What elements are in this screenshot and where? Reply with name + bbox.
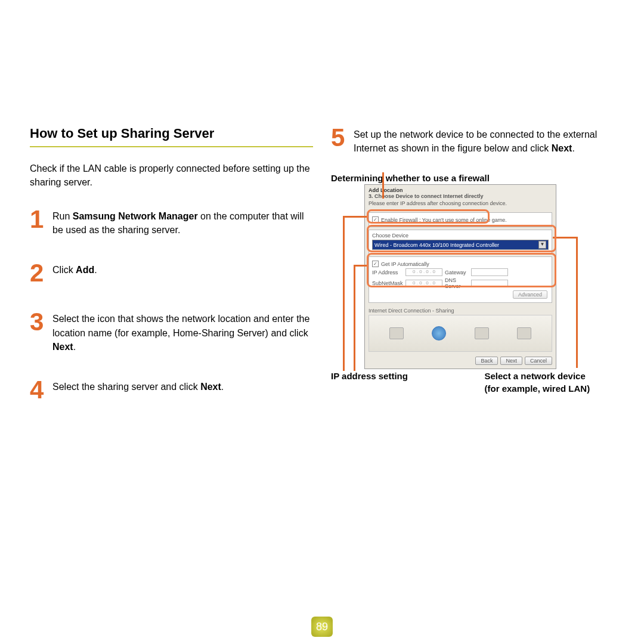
advanced-button[interactable]: Advanced [513, 290, 547, 299]
dns-input[interactable] [471, 280, 508, 287]
gateway-input[interactable] [471, 268, 508, 276]
device-selected-text: Wired - Broadcom 440x 10/100 Integrated … [374, 242, 499, 248]
callout-firewall: Determining whether to use a firewall [331, 173, 614, 183]
t: Select the icon that shows the network l… [52, 314, 309, 338]
t: . [572, 143, 574, 153]
ipaddr-label: IP Address [372, 270, 403, 275]
leader-line [382, 172, 384, 199]
page-number: 89 [311, 617, 333, 637]
getip-checkbox[interactable]: ✓ [372, 261, 379, 267]
leader-line [553, 237, 578, 239]
t: Samsung Network Manager [73, 211, 198, 221]
dialog-title: Add Location [365, 185, 556, 193]
step-3: 3 Select the icon that shows the network… [30, 309, 313, 354]
add-location-dialog: Add Location 3. Choose Device to connect… [364, 184, 556, 369]
leader-line [354, 265, 355, 371]
device-icon [475, 327, 489, 339]
step-number: 4 [30, 377, 47, 402]
globe-icon [432, 326, 446, 340]
t: Next [52, 342, 73, 352]
callout-device-line2: (for example, wired LAN) [485, 383, 615, 395]
step-text: Run Samsung Network Manager on the compu… [52, 207, 313, 237]
back-button[interactable]: Back [475, 357, 498, 365]
dialog-subtitle: 3. Choose Device to connect Internet dir… [365, 193, 556, 200]
dialog-screenshot: Add Location 3. Choose Device to connect… [364, 184, 614, 369]
ip-settings-box: ✓ Get IP Automatically IP Address 0 . 0 … [369, 256, 552, 303]
choose-device-label: Choose Device [372, 233, 549, 239]
dns-label: DNS Server [445, 277, 469, 289]
section-title: How to Set up Sharing Server [30, 125, 313, 143]
device-icon [389, 327, 404, 339]
subnet-input[interactable]: 0 . 0 . 0 . 0 [405, 280, 442, 287]
gateway-label: Gateway [445, 270, 469, 275]
firewall-box: ✓ Enable Firewall : You can't use some o… [369, 212, 552, 227]
choose-device-box: Choose Device Wired - Broadcom 440x 10/1… [369, 230, 552, 254]
t: Next [552, 143, 572, 153]
leader-line [343, 216, 367, 218]
ipaddr-input[interactable]: 0 . 0 . 0 . 0 [405, 268, 442, 276]
firewall-checkbox[interactable]: ✓ [372, 216, 379, 223]
device-icon [517, 327, 531, 339]
leader-line [343, 216, 345, 371]
step-2: 2 Click Add. [30, 261, 313, 286]
step-4: 4 Select the sharing server and click Ne… [30, 377, 313, 402]
t: Run [52, 211, 73, 221]
step-text: Click Add. [52, 261, 97, 277]
leader-line [576, 237, 578, 368]
firewall-label: Enable Firewall : You can't use some of … [381, 217, 507, 223]
t: Click [52, 265, 76, 275]
getip-label: Get IP Automatically [381, 261, 429, 267]
t: Next [200, 382, 221, 392]
t: . [94, 265, 97, 275]
subnet-label: SubNetMask [372, 280, 403, 286]
step-number: 5 [331, 125, 348, 150]
step-number: 1 [30, 207, 47, 232]
page-number-text: 89 [316, 621, 328, 633]
chevron-down-icon[interactable]: ▼ [538, 241, 546, 249]
device-select[interactable]: Wired - Broadcom 440x 10/100 Integrated … [372, 240, 549, 250]
cancel-button[interactable]: Cancel [525, 357, 552, 365]
network-diagram [369, 315, 552, 352]
step-text: Set up the network device to be connecte… [354, 125, 614, 155]
step-text: Select the icon that shows the network l… [52, 309, 313, 354]
title-underline [30, 146, 313, 147]
leader-line [354, 265, 367, 267]
callout-ip: IP address setting [331, 370, 455, 382]
next-button[interactable]: Next [500, 357, 522, 365]
t: Add [76, 265, 94, 275]
dialog-description: Please enter IP address after choosing c… [365, 200, 556, 210]
t: . [73, 342, 76, 352]
step-text: Select the sharing server and click Next… [52, 377, 224, 394]
step-number: 3 [30, 309, 47, 335]
step-5: 5 Set up the network device to be connec… [331, 125, 614, 155]
intro-text: Check if the LAN cable is properly conne… [30, 162, 313, 189]
step-1: 1 Run Samsung Network Manager on the com… [30, 207, 313, 237]
callout-device-line1: Select a network device [485, 370, 615, 382]
t: . [221, 382, 224, 392]
sharing-section-label: Internet Direct Connection - Sharing [365, 305, 556, 314]
step-number: 2 [30, 261, 47, 286]
t: Select the sharing server and click [52, 382, 200, 392]
